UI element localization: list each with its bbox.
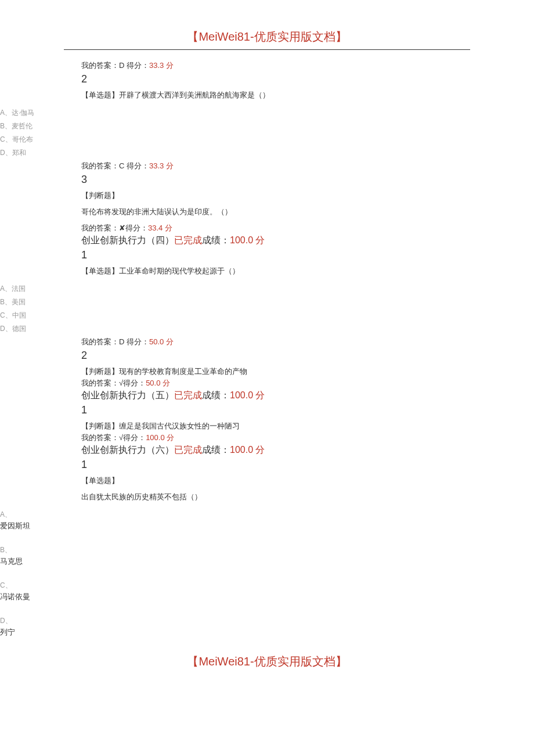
question-number: 2: [81, 350, 470, 362]
answer-line: 我的答案：✘得分：33.4 分: [81, 223, 470, 233]
question-text: 出自犹太民族的历史精英不包括（）: [81, 492, 470, 502]
option-b: B、 马克思: [0, 543, 534, 579]
answer-prefix: 我的答案：C 得分：: [81, 161, 149, 170]
answer-line: 我的答案：D 得分：33.3 分: [81, 60, 470, 71]
page-footer: 【MeiWei81-优质实用版文档】: [0, 654, 534, 669]
page-header: 【MeiWei81-优质实用版文档】: [0, 29, 534, 45]
section-score: 100.0 分: [230, 390, 265, 400]
answer-score: 33.4 分: [148, 224, 172, 232]
answer-prefix: 我的答案：√得分：: [81, 433, 146, 442]
option-b: B、美国: [0, 296, 534, 309]
answer-line: 我的答案：C 得分：33.3 分: [81, 161, 470, 171]
question-number: 1: [81, 404, 470, 416]
option-c: C、哥伦布: [0, 133, 534, 146]
option-d: D、 列宁: [0, 614, 534, 639]
options-list: A、法国 B、美国 C、中国 D、德国: [0, 282, 534, 336]
question-number: 1: [81, 249, 470, 261]
answer-prefix: 我的答案：D 得分：: [81, 337, 149, 346]
completed-label: 已完成: [174, 235, 202, 245]
question-type: 【判断题】: [81, 190, 470, 201]
content-area: 我的答案：C 得分：33.3 分 3 【判断题】 哥伦布将发现的非洲大陆误认为是…: [81, 161, 470, 276]
option-a: A、法国: [0, 282, 534, 296]
completed-label: 已完成: [174, 445, 202, 455]
question-text: 【单选题】开辟了横渡大西洋到美洲航路的航海家是（）: [81, 90, 470, 100]
content-area: 我的答案：D 得分：33.3 分 2 【单选题】开辟了横渡大西洋到美洲航路的航海…: [81, 60, 470, 100]
question-number: 2: [81, 73, 470, 85]
section-score: 100.0 分: [230, 445, 265, 455]
question-text: 【判断题】现有的学校教育制度是工业革命的产物: [81, 366, 470, 377]
option-letter: B、: [0, 546, 12, 554]
option-text: 马克思: [0, 556, 534, 567]
option-text: 列宁: [0, 627, 534, 638]
answer-line: 我的答案：√得分：50.0 分: [81, 378, 470, 388]
section-title: 创业创新执行力（四）: [81, 235, 174, 245]
content-area: 我的答案：D 得分：50.0 分 2 【判断题】现有的学校教育制度是工业革命的产…: [81, 337, 470, 502]
answer-prefix: 我的答案：✘得分：: [81, 224, 148, 232]
option-letter: D、: [0, 617, 12, 625]
answer-score: 50.0 分: [149, 337, 174, 346]
option-text: 冯诺依曼: [0, 592, 534, 602]
options-list: A、达·伽马 B、麦哲伦 C、哥伦布 D、郑和: [0, 106, 534, 160]
completed-label: 已完成: [174, 390, 202, 400]
answer-prefix: 我的答案：D 得分：: [81, 61, 149, 70]
option-letter: C、: [0, 581, 12, 589]
section-header: 创业创新执行力（六）已完成成绩：100.0 分: [81, 444, 470, 456]
header-rule: [64, 49, 470, 50]
section-header: 创业创新执行力（四）已完成成绩：100.0 分: [81, 235, 470, 247]
section-header: 创业创新执行力（五）已完成成绩：100.0 分: [81, 390, 470, 402]
answer-score: 50.0 分: [146, 379, 170, 387]
answer-score: 33.3 分: [149, 161, 174, 170]
section-title: 创业创新执行力（五）: [81, 390, 174, 400]
section-title: 创业创新执行力（六）: [81, 445, 174, 455]
question-type: 【单选题】: [81, 476, 470, 486]
answer-score: 33.3 分: [149, 61, 174, 70]
answer-line: 我的答案：√得分：100.0 分: [81, 433, 470, 443]
option-c: C、 冯诺依曼: [0, 579, 534, 614]
option-d: D、德国: [0, 322, 534, 336]
score-label: 成绩：: [202, 235, 230, 245]
option-text: 爱因斯坦: [0, 521, 534, 531]
document-page: 【MeiWei81-优质实用版文档】 我的答案：D 得分：33.3 分 2 【单…: [0, 0, 534, 697]
answer-score: 100.0 分: [146, 433, 174, 442]
option-a: A、 爱因斯坦: [0, 508, 534, 543]
section-score: 100.0 分: [230, 235, 265, 245]
answer-prefix: 我的答案：√得分：: [81, 379, 146, 387]
question-text: 哥伦布将发现的非洲大陆误认为是印度。（）: [81, 207, 470, 217]
option-a: A、达·伽马: [0, 106, 534, 120]
option-letter: A、: [0, 510, 12, 519]
score-label: 成绩：: [202, 390, 230, 400]
options-list: A、 爱因斯坦 B、 马克思 C、 冯诺依曼 D、 列宁: [0, 508, 534, 639]
question-number: 1: [81, 459, 470, 471]
score-label: 成绩：: [202, 445, 230, 455]
question-number: 3: [81, 174, 470, 186]
option-b: B、麦哲伦: [0, 120, 534, 133]
answer-line: 我的答案：D 得分：50.0 分: [81, 337, 470, 347]
option-d: D、郑和: [0, 146, 534, 160]
question-text: 【判断题】缠足是我国古代汉族女性的一种陋习: [81, 421, 470, 431]
question-text: 【单选题】工业革命时期的现代学校起源于（）: [81, 266, 470, 276]
option-c: C、中国: [0, 309, 534, 322]
